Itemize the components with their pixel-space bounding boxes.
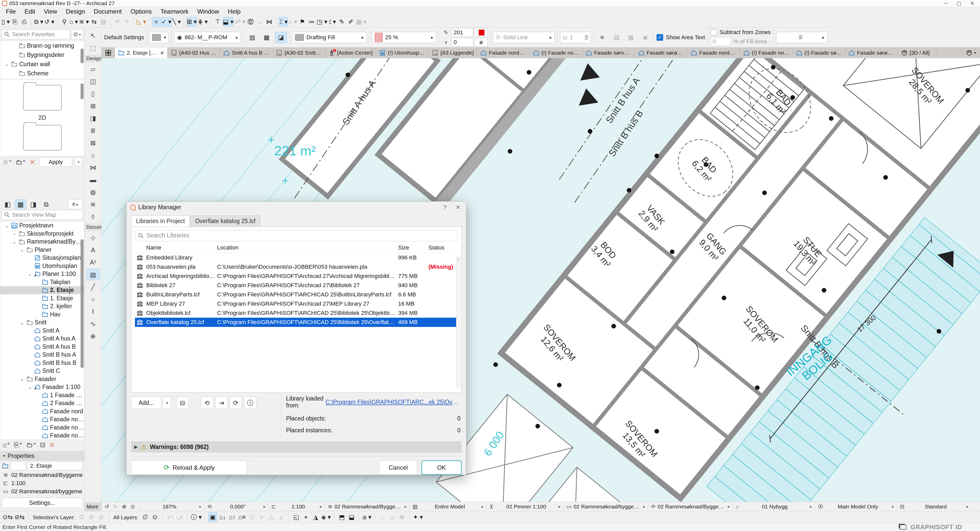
column-tool[interactable]: ◍ — [86, 186, 100, 198]
transfer-settings-icon[interactable]: ⇆ — [90, 17, 99, 26]
table-scrollbar[interactable] — [456, 257, 460, 387]
dialog-title-bar[interactable]: Library Manager ? ✕ — [126, 201, 466, 213]
snap-guides-icon[interactable]: ⌗ — [152, 17, 161, 26]
render-icon[interactable]: ▨ — [99, 17, 108, 26]
chevron-icon[interactable]: ⌄ — [27, 384, 33, 390]
marker-small-down-icon[interactable]: ▿ — [257, 512, 266, 522]
view-settings-icon[interactable]: ⊟ — [40, 441, 46, 449]
ruler-icon[interactable]: ⊤ — [213, 17, 222, 26]
marker-up-icon[interactable]: △ — [267, 512, 275, 522]
reload-library-button[interactable]: ⟲ — [201, 397, 213, 409]
settings-button[interactable]: Settings... — [2, 498, 82, 508]
viewmap-snitt-b-hus-a[interactable]: Snitt B hus A — [0, 351, 84, 359]
menu-item[interactable]: Options — [126, 7, 156, 16]
library-search[interactable] — [135, 230, 458, 241]
viewmap-hav[interactable]: Hav — [0, 311, 84, 319]
library-row-migreringsbiblioteker[interactable]: Archicad Migreringsbibliote... C:\Progra… — [135, 271, 458, 281]
shell-tool[interactable]: ⋈ — [86, 162, 100, 173]
chevron-icon[interactable]: › — [11, 231, 17, 237]
expand-icon[interactable]: ▶ — [134, 444, 138, 450]
line-pen-combo[interactable]: ⊔1▒ — [560, 32, 591, 43]
quick-toggle-icon[interactable] — [109, 512, 109, 522]
quick-toggle-icon[interactable] — [359, 512, 359, 522]
chevron-icon[interactable]: ⌄ — [27, 271, 33, 277]
viewmap-2-kjeller[interactable]: 2. kjeller — [0, 302, 84, 311]
toolbar-icon[interactable] — [134, 18, 134, 26]
text-align-button[interactable]: ≡ — [596, 32, 608, 43]
marker-check-icon[interactable]: ⟟ ▾ — [328, 17, 337, 26]
scale-value[interactable]: 1:100 — [11, 480, 25, 487]
door-tool[interactable]: ◫ — [86, 76, 100, 87]
dimension-units-icon[interactable]: ⑫ — [246, 17, 255, 26]
menu-item[interactable]: Edit — [20, 7, 40, 16]
chevron-icon[interactable]: ⌄ — [19, 376, 25, 382]
new-folder-icon[interactable]: 🗀⁺ — [16, 158, 26, 166]
reload-apply-button[interactable]: ⟳ Reload & Apply — [131, 460, 247, 475]
story-down-icon[interactable]: ⌂↓ — [218, 512, 227, 522]
properties-header[interactable]: ▾ Properties — [0, 451, 84, 461]
navigator-menu-button[interactable]: ≡ ▸ — [68, 200, 82, 209]
tab-fasade-nordvest-2[interactable]: Fasade nordvest ... — [687, 48, 740, 58]
save-icon[interactable]: ⎘ — [11, 17, 19, 26]
fill-percent-field[interactable]: 0 — [710, 37, 731, 46]
dialog-tab-overflate-katalog[interactable]: Overflate katalog 25.lcf — [190, 216, 260, 227]
favorites-settings-button[interactable]: ▸ — [71, 30, 83, 39]
graphisoft-id-label[interactable]: GRAPHISOFT ID — [910, 523, 962, 531]
viewmap-1-etasje[interactable]: 1. Etasje — [0, 294, 84, 303]
quick-toggle-icon[interactable] — [162, 512, 163, 522]
toolbar-icon[interactable] — [184, 18, 184, 26]
loaded-from-link[interactable]: C:\Program Files\GRAPHISOFT\ARC...ek 25\… — [326, 399, 460, 406]
favorite-brann-og-romning[interactable]: Brann og rømning — [0, 41, 84, 50]
tab-a40-02[interactable]: [A40-02 Hus A F... — [167, 48, 220, 58]
viewmap-snitt-c[interactable]: Snitt C — [0, 367, 84, 375]
windows-icon[interactable] — [900, 525, 906, 530]
fill-distortion-button[interactable]: ▩ — [625, 32, 637, 43]
menu-item[interactable]: Help — [223, 7, 245, 16]
toolbox-more-label[interactable]: More — [85, 502, 102, 511]
story-settings-icon[interactable]: ⌂≡ — [237, 512, 246, 522]
tab-3d-all[interactable]: [3D / All] — [898, 48, 936, 58]
cancel-button[interactable]: Cancel — [379, 460, 417, 475]
viewmap-fasade-nordvest-hus-a-2[interactable]: Fasade nordvest hus A — [0, 431, 84, 440]
chevron-icon[interactable]: ⌄ — [11, 239, 17, 245]
walk-mode-icon[interactable]: ⟑ — [388, 512, 396, 522]
floor-plan-canvas[interactable]: 221 m² Snitt A hus A Snitt B hus A — [102, 58, 980, 502]
hide-all-layers-icon[interactable]: ∅ — [141, 512, 150, 522]
mesh-tool[interactable]: ≋ — [86, 199, 100, 210]
fill-tool[interactable]: ▨ — [86, 269, 100, 280]
viewmap-2-etasje[interactable]: 2. Etasje — [0, 286, 84, 294]
quick-lock-layer-icon[interactable]: ⊘⇆ — [14, 512, 25, 522]
view-name-field[interactable]: 2. Etasje — [28, 461, 82, 470]
window-tool[interactable]: ⊞ — [86, 100, 100, 111]
dialog-close-button[interactable]: ✕ — [456, 204, 460, 211]
unlock-selection-layer-icon[interactable]: ⊙ — [97, 512, 106, 522]
tab-utomhusplan[interactable]: (!) Utomhusplan ... — [376, 48, 429, 58]
library-row-embedded[interactable]: Embedded Library 996 KB — [135, 253, 458, 262]
3d-cutaway-icon[interactable]: ◱ — [292, 512, 301, 522]
tab-overview-button[interactable] — [102, 48, 115, 58]
quick-show-layer-icon[interactable]: ⊙⇆ — [2, 512, 13, 522]
library-row-builtinlibraryparts[interactable]: BuiltInLibraryParts.lcf C:\Program Files… — [135, 290, 458, 299]
layout-book-button[interactable]: ◨ — [28, 200, 39, 209]
chevron-icon[interactable]: ⌄ — [19, 247, 25, 253]
library-table-header[interactable]: Name Location Size Status — [135, 243, 458, 253]
tab-snitt-a-hus-b[interactable]: Snitt A hus B [Sn... — [220, 48, 273, 58]
view-id-field[interactable] — [11, 461, 25, 470]
story-up-icon[interactable]: ⌂↑ — [228, 512, 237, 522]
viewmap-utomhusplan[interactable]: Utomhusplan — [0, 262, 84, 270]
tab-a30-02[interactable]: [A30-02 Snitt A ... — [273, 48, 325, 58]
3d-quick-view-button[interactable]: ▾ — [961, 48, 980, 58]
layer-redo-icon[interactable]: ⤻ — [175, 512, 184, 522]
floor-plan-window-icon[interactable]: ▣ — [208, 512, 217, 522]
quick-model-filter[interactable]: ▨ Entire Model ▸ — [409, 502, 487, 511]
quick-graphic-override[interactable]: ▭ 02 Rammesøknad/byggemeld... ▸ — [563, 502, 648, 511]
tab-fasade-nordvest-1[interactable]: Fasade nordvest ... — [477, 48, 530, 58]
trace-reference-icon[interactable]: ⬓ ▾ — [223, 17, 234, 26]
add-library-button[interactable]: Add... — [131, 397, 161, 409]
chevron-icon[interactable]: ⌄ — [4, 61, 10, 67]
library-row-053-hauanveien[interactable]: 053 hauanveien.pla C:\Users\Bruker\Docum… — [135, 262, 458, 271]
viewmap-fasader-1-100[interactable]: ⌄ Fasader 1:100 — [0, 383, 84, 391]
layer-settings-icon[interactable]: ≋ ▾ — [79, 17, 89, 26]
tab-2-etasje[interactable]: 2. Etasje [4. 2. Et... ✕ — [115, 48, 167, 58]
flag-icon[interactable]: ⚑ — [298, 17, 307, 26]
